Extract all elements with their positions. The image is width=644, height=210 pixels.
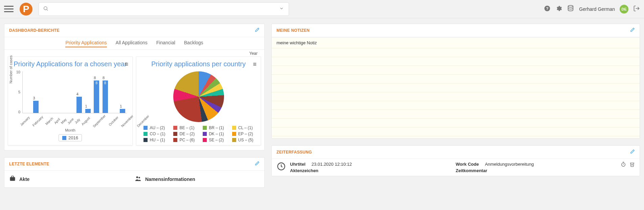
gear-icon[interactable]	[555, 5, 562, 13]
pencil-icon[interactable]	[630, 149, 635, 155]
legend-swatch	[173, 126, 177, 130]
chart-title: Priority applications per country	[151, 60, 246, 68]
note-line[interactable]	[272, 57, 640, 66]
panel-title: MEINE NOTIZEN	[276, 28, 310, 33]
recent-panel: LETZTE ELEMENTE AkteNamensinformationen	[4, 157, 265, 188]
legend-swatch	[232, 126, 236, 130]
note-line[interactable]	[272, 127, 640, 136]
trash-icon[interactable]	[629, 162, 635, 168]
pie-chart: Priority applications per country ≡ AU –…	[136, 56, 261, 145]
note-line[interactable]	[272, 110, 640, 119]
bar-value-label: 1	[85, 104, 87, 108]
legend-item[interactable]: DK – (1)	[203, 132, 224, 136]
chevron-down-icon[interactable]	[279, 6, 284, 12]
bar-chart: Priority Applications for a chosen year …	[8, 56, 133, 145]
app-logo: P	[20, 3, 32, 16]
note-line[interactable]	[272, 84, 640, 92]
tab-financial[interactable]: Financial	[156, 40, 175, 47]
bar[interactable]: 88	[94, 80, 99, 113]
bar[interactable]: 3	[33, 101, 39, 113]
workcode-label: Work Code	[456, 162, 479, 167]
panel-title: LETZTE ELEMENTE	[9, 162, 49, 166]
note-line[interactable]	[272, 48, 640, 57]
bar[interactable]: 88	[103, 80, 108, 113]
search-icon	[43, 6, 48, 13]
legend-label: CL – (1)	[238, 125, 253, 130]
recent-column: Namensinformationen	[134, 175, 260, 183]
notes-panel: MEINE NOTIZEN meine wichtige Notiz	[271, 24, 640, 139]
timer-icon[interactable]	[621, 162, 626, 168]
recent-label: Namensinformationen	[145, 177, 195, 182]
legend-item[interactable]: DE – (2)	[173, 132, 195, 136]
pencil-icon[interactable]	[255, 27, 260, 33]
logout-icon[interactable]	[633, 5, 640, 13]
legend-swatch	[232, 132, 236, 136]
legend-item[interactable]: PC – (6)	[173, 138, 195, 142]
legend-item[interactable]: EP – (2)	[232, 132, 253, 136]
time-label-case: Aktenzeichen	[290, 168, 456, 173]
year-label: Year	[249, 51, 258, 56]
legend-label: SE – (2)	[209, 138, 224, 142]
avatar[interactable]: DE	[620, 5, 628, 14]
tab-all-applications[interactable]: All Applications	[116, 40, 148, 47]
legend-swatch	[143, 138, 148, 142]
legend-label: PC – (6)	[179, 138, 195, 142]
search-input[interactable]	[51, 6, 285, 12]
comment-label: Zeitkommentar	[456, 168, 622, 173]
legend-swatch	[173, 132, 177, 136]
bar-value-label: 1	[120, 104, 122, 108]
global-search[interactable]	[39, 2, 289, 16]
panel-title: ZEITERFASSUNG	[276, 150, 312, 155]
note-line[interactable]	[272, 66, 640, 75]
recent-column: Akte	[9, 175, 134, 183]
legend-swatch	[203, 138, 207, 142]
pencil-icon[interactable]	[255, 161, 260, 167]
chart-menu-icon[interactable]: ≡	[125, 61, 128, 68]
notes-body[interactable]: meine wichtige Notiz	[272, 37, 640, 138]
svg-point-4	[568, 5, 573, 7]
legend-item[interactable]: BR – (1)	[203, 125, 224, 130]
y-axis-label: Number of cases	[9, 55, 13, 84]
legend-label: BE – (1)	[179, 125, 194, 130]
hamburger-menu[interactable]	[4, 4, 14, 14]
time-label-title: Uhrtitel	[290, 162, 306, 167]
time-timestamp: 23.01.2020 12:10:12	[312, 162, 352, 167]
note-line[interactable]	[272, 119, 640, 127]
legend-label: CO – (1)	[150, 132, 165, 136]
chart-menu-icon[interactable]: ≡	[253, 61, 257, 68]
y-tick: 5	[18, 90, 20, 94]
note-line[interactable]: meine wichtige Notiz	[272, 38, 640, 48]
bar[interactable]: 4	[76, 97, 82, 113]
y-tick: 0	[18, 110, 20, 114]
note-line[interactable]	[272, 92, 640, 101]
legend-label: DK – (1)	[209, 132, 224, 136]
bar-value-label: 3	[33, 96, 35, 100]
bar[interactable]: 1	[120, 109, 125, 113]
svg-point-7	[136, 177, 138, 179]
dashboard-panel: DASHBOARD-BERICHTE Priority Applications…	[4, 24, 265, 150]
bar[interactable]: 1	[85, 109, 91, 113]
legend-item[interactable]: SE – (2)	[203, 138, 224, 142]
bar-value-label: 4	[76, 92, 79, 96]
svg-point-0	[44, 6, 47, 9]
help-icon[interactable]: ?	[544, 5, 551, 13]
bar-value-label: 8	[94, 76, 96, 80]
chart-title: Priority Applications for a chosen year	[14, 60, 127, 68]
legend-item[interactable]: CL – (1)	[232, 125, 253, 130]
note-line[interactable]	[272, 101, 640, 110]
workcode-value: Anmeldungsvorbereitung	[485, 162, 534, 167]
legend-item[interactable]: BE – (1)	[173, 125, 195, 130]
legend-label: HU – (1)	[150, 138, 165, 142]
legend-item[interactable]: HU – (1)	[143, 138, 165, 142]
legend-item[interactable]: US – (5)	[232, 138, 253, 142]
database-icon[interactable]	[567, 5, 574, 14]
pencil-icon[interactable]	[630, 27, 635, 33]
recent-label: Akte	[19, 177, 29, 182]
clock-icon	[276, 162, 290, 172]
y-tick: 10	[16, 70, 20, 74]
legend-item[interactable]: 2016	[59, 134, 82, 141]
tab-priority-applications[interactable]: Priority Applications	[65, 40, 107, 47]
note-line[interactable]	[272, 75, 640, 84]
svg-line-1	[47, 9, 48, 10]
tab-backlogs[interactable]: Backlogs	[184, 40, 203, 47]
